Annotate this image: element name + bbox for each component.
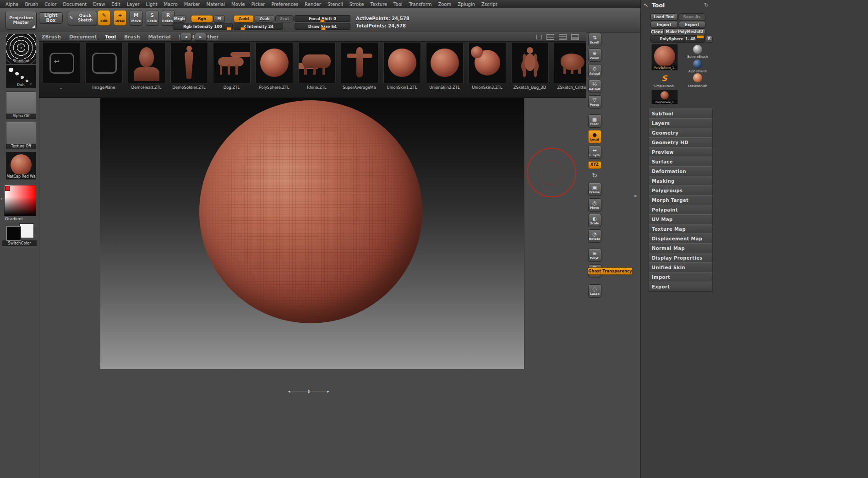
shelf-button[interactable]: ◎ Move xyxy=(588,198,601,212)
menu-item[interactable]: Brush xyxy=(25,2,38,7)
scroll-left-icon[interactable]: ◀ xyxy=(288,390,291,393)
lightbox-item[interactable]: DemoSoldier.ZTL xyxy=(168,42,210,90)
rgb-button[interactable]: Rgb xyxy=(191,15,213,22)
zsub-button[interactable]: Zsub xyxy=(255,15,274,22)
load-tool-button[interactable]: Load Tool xyxy=(650,13,678,21)
clone-button[interactable]: Clone xyxy=(650,28,664,35)
lightbox-thumbnail[interactable] xyxy=(43,42,80,83)
restore-button[interactable]: R xyxy=(706,36,713,43)
lightbox-item[interactable]: Dog.ZTL xyxy=(210,42,253,90)
m-button[interactable]: M xyxy=(213,15,225,22)
quick-sketch-button[interactable]: ✎ Quick Sketch xyxy=(68,11,97,25)
shelf-button[interactable]: ◔ Rotate xyxy=(588,229,601,243)
menu-item[interactable]: Edit xyxy=(111,2,120,7)
lightbox-view-details-icon[interactable] xyxy=(571,34,579,40)
mode-button[interactable]: M Move xyxy=(130,10,142,26)
lightbox-item[interactable]: ImagePlane xyxy=(82,42,125,90)
scroll-grip-icon[interactable]: ▲ ▼ xyxy=(307,389,310,394)
lightbox-item[interactable]: UnionSkin3.ZTL xyxy=(466,42,508,90)
lightbox-thumbnail[interactable] xyxy=(383,42,421,83)
menu-item[interactable]: Picker xyxy=(251,2,265,7)
shelf-button[interactable]: ▽ Persp xyxy=(588,95,601,109)
alpha-selector[interactable]: Alpha Off xyxy=(6,92,36,119)
lightbox-item[interactable]: PolySphere.ZTL xyxy=(253,42,295,90)
slider-nub[interactable] xyxy=(320,19,325,22)
shelf-button[interactable]: ⇅ Scroll xyxy=(588,33,601,46)
menu-item[interactable]: Zoom xyxy=(438,2,451,7)
tool-section-row[interactable]: Display Properties xyxy=(649,253,713,263)
sphere-brush-icon[interactable] xyxy=(693,45,702,54)
lightbox-tab[interactable]: Material xyxy=(148,34,170,39)
menu-item[interactable]: Draw xyxy=(93,2,105,7)
lightbox-next-button[interactable]: ▶ xyxy=(195,33,207,41)
menu-item[interactable]: Layer xyxy=(127,2,140,7)
shelf-button[interactable]: ◐ Scale xyxy=(588,214,601,227)
import-button[interactable]: Import xyxy=(650,21,678,28)
right-tray-collapse[interactable]: » xyxy=(634,192,639,200)
shelf-button[interactable]: ⊕ Zoom xyxy=(588,49,601,62)
mode-button[interactable]: S Scale xyxy=(146,10,158,26)
menu-item[interactable]: Transform xyxy=(409,2,432,7)
lightbox-thumbnail[interactable] xyxy=(341,42,378,83)
lightbox-view-single-icon[interactable] xyxy=(536,35,542,39)
mode-button[interactable]: + Draw xyxy=(114,10,126,26)
tool-name-slider[interactable]: PolySphere_1. 48 xyxy=(650,36,705,43)
lightbox-item[interactable]: .. xyxy=(40,42,82,90)
slider-nub[interactable] xyxy=(240,27,245,30)
lightbox-tab[interactable]: Tool xyxy=(105,34,116,39)
mrgb-button[interactable]: Mrgb xyxy=(173,15,186,22)
lightbox-tab[interactable]: Brush xyxy=(124,34,140,39)
draw-size-slider[interactable]: Draw Size 64 xyxy=(295,23,350,30)
lightbox-item[interactable]: DemoHead.ZTL xyxy=(125,42,168,90)
alpha-brush-icon[interactable] xyxy=(693,60,702,69)
shelf-button[interactable]: ● Local xyxy=(588,130,601,143)
tool-section-row[interactable]: Import xyxy=(649,272,713,282)
lightbox-tab[interactable]: Document xyxy=(69,34,97,39)
tool-section-row[interactable]: Polygroups xyxy=(649,185,713,196)
simple-brush-icon[interactable]: S xyxy=(659,73,669,83)
tool-section-row[interactable]: Polypaint xyxy=(649,205,713,215)
tool-section-row[interactable]: Layers xyxy=(649,118,713,128)
slider-nub[interactable] xyxy=(227,27,231,30)
color-picker[interactable] xyxy=(4,185,36,216)
material-selector[interactable]: MatCap Red Wa xyxy=(6,152,36,179)
shelf-button[interactable]: ▣ Frame xyxy=(588,183,601,196)
make-polymesh3d-button[interactable]: Make PolyMesh3D xyxy=(664,28,705,35)
switch-color-label[interactable]: SwitchColor xyxy=(2,240,37,246)
lightbox-prev-button[interactable]: ◀ xyxy=(180,33,192,41)
menu-item[interactable]: Texture xyxy=(371,2,388,7)
tool-section-row[interactable]: Displacement Map xyxy=(649,234,713,244)
lightbox-thumbnail[interactable] xyxy=(511,42,549,83)
lightbox-thumbnail[interactable] xyxy=(469,42,506,83)
lightbox-item[interactable]: SuperAverageMa xyxy=(338,42,381,90)
palette-refresh-icon[interactable]: ↻ xyxy=(704,2,709,8)
zcut-button[interactable]: Zcut xyxy=(275,15,294,22)
menu-item[interactable]: Render xyxy=(305,2,321,7)
tool-section-row[interactable]: Geometry xyxy=(649,128,713,138)
tool-section-row[interactable]: Unified Skin xyxy=(649,262,713,272)
menu-item[interactable]: Light xyxy=(146,2,158,7)
shelf-button[interactable]: XYZ xyxy=(588,161,601,169)
document-canvas[interactable] xyxy=(100,95,524,369)
lightbox-thumbnail[interactable] xyxy=(426,42,464,83)
lightbox-item[interactable]: ZSketch_Critter xyxy=(551,42,586,90)
menu-item[interactable]: Zscript xyxy=(481,2,497,7)
shelf-button[interactable]: ⊞ PolyF xyxy=(588,249,601,262)
current-tool-thumbnail[interactable]: PolySphere_1. xyxy=(651,44,678,71)
canvas-scrollbar[interactable]: ◀ ▲ ▼ ▶ xyxy=(288,389,330,394)
shelf-button[interactable]: ▦ Floor xyxy=(588,114,601,128)
menu-item[interactable]: Tool xyxy=(393,2,402,7)
lightbox-thumbnail[interactable] xyxy=(213,42,251,83)
tool-section-row[interactable]: SubTool xyxy=(649,109,713,119)
lasso-button[interactable]: ◌ Lasso xyxy=(588,284,601,298)
shelf-button[interactable]: ↻ xyxy=(589,171,601,180)
stroke-selector[interactable]: Dots xyxy=(6,65,36,88)
shelf-button[interactable]: ↔ L.Sym xyxy=(588,146,601,159)
mode-button[interactable]: ✎ Edit xyxy=(98,10,110,26)
recent-tool-thumbnail[interactable]: PolySphere_1 xyxy=(651,90,678,104)
scroll-right-icon[interactable]: ▶ xyxy=(327,390,330,393)
menu-item[interactable]: Marker xyxy=(184,2,200,7)
menu-item[interactable]: Macro xyxy=(164,2,178,7)
menu-item[interactable]: Document xyxy=(63,2,87,7)
tool-section-row[interactable]: Masking xyxy=(649,176,713,186)
